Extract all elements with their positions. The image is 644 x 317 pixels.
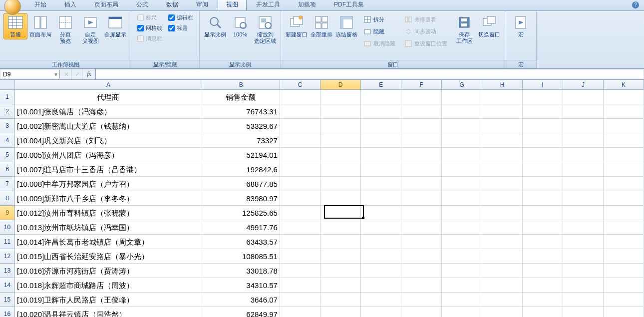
cell-K8[interactable] (604, 191, 644, 206)
cell-H16[interactable] (482, 307, 523, 317)
cell-E16[interactable] (361, 307, 401, 317)
cell-C10[interactable] (280, 220, 321, 235)
cell-B14[interactable]: 34310.57 (202, 278, 280, 293)
tab-开始[interactable]: 开始 (26, 0, 55, 10)
cell-K2[interactable] (604, 104, 644, 119)
cell-I11[interactable] (523, 235, 563, 249)
cell-I4[interactable] (523, 133, 563, 148)
cell-J13[interactable] (563, 264, 604, 278)
cell-B13[interactable]: 33018.78 (202, 264, 280, 278)
cell-F6[interactable] (401, 162, 442, 177)
freeze-panes-button[interactable]: 冻结窗格 (334, 13, 358, 39)
cell-grid[interactable]: 代理商销售金额[10.001]张良镇店（冯海彦）76743.31[10.002]… (15, 90, 644, 317)
cell-B2[interactable]: 76743.31 (202, 104, 280, 119)
cell-B1[interactable]: 销售金额 (202, 90, 280, 104)
cell-A3[interactable]: [10.002]新密嵩山大道店（钱慧纳） (15, 119, 202, 133)
cell-H9[interactable] (482, 206, 523, 220)
cell-J15[interactable] (563, 293, 604, 307)
cell-G6[interactable] (442, 162, 482, 177)
chk-headings[interactable]: 标题 (168, 24, 193, 32)
cell-K1[interactable] (604, 90, 644, 104)
cell-B11[interactable]: 63433.57 (202, 235, 280, 249)
cell-C7[interactable] (280, 177, 321, 191)
cell-B6[interactable]: 192842.6 (202, 162, 280, 177)
cell-C6[interactable] (280, 162, 321, 177)
cell-B8[interactable]: 83980.97 (202, 191, 280, 206)
zoom-selection-button[interactable]: 缩放到 选定区域 (253, 13, 277, 46)
cell-C15[interactable] (280, 293, 321, 307)
cell-C4[interactable] (280, 133, 321, 148)
cell-D3[interactable] (321, 119, 361, 133)
row-header-15[interactable]: 15 (0, 293, 15, 307)
cell-H8[interactable] (482, 191, 523, 206)
row-header-4[interactable]: 4 (0, 133, 15, 148)
row-header-5[interactable]: 5 (0, 148, 15, 162)
cell-F4[interactable] (401, 133, 442, 148)
cell-K4[interactable] (604, 133, 644, 148)
view-pagelayout-button[interactable]: 页面布局 (28, 13, 52, 39)
cell-J1[interactable] (563, 90, 604, 104)
cell-B12[interactable]: 108085.51 (202, 249, 280, 264)
save-workspace-button[interactable]: 保存 工作区 (452, 13, 476, 46)
cell-J5[interactable] (563, 148, 604, 162)
cell-G14[interactable] (442, 278, 482, 293)
tab-加载项[interactable]: 加载项 (290, 0, 324, 10)
cell-G5[interactable] (442, 148, 482, 162)
tab-视图[interactable]: 视图 (218, 0, 247, 10)
cell-A4[interactable]: [10.004]巩义新兴店（刘飞） (15, 133, 202, 148)
cell-C5[interactable] (280, 148, 321, 162)
cell-J7[interactable] (563, 177, 604, 191)
cell-J10[interactable] (563, 220, 604, 235)
cell-F14[interactable] (401, 278, 442, 293)
cell-H11[interactable] (482, 235, 523, 249)
cell-H1[interactable] (482, 90, 523, 104)
cell-E4[interactable] (361, 133, 401, 148)
cell-E6[interactable] (361, 162, 401, 177)
cell-I7[interactable] (523, 177, 563, 191)
zoom-button[interactable]: 显示比例 (203, 13, 227, 39)
cell-K6[interactable] (604, 162, 644, 177)
col-header-B[interactable]: B (202, 80, 280, 90)
tab-公式[interactable]: 公式 (128, 0, 157, 10)
cell-D8[interactable] (321, 191, 361, 206)
cell-B4[interactable]: 73327 (202, 133, 280, 148)
cell-A7[interactable]: [10.008]中牟万邦家园店（户方召） (15, 177, 202, 191)
view-normal-button[interactable]: 普通 (3, 13, 27, 39)
row-header-13[interactable]: 13 (0, 264, 15, 278)
cell-C13[interactable] (280, 264, 321, 278)
cell-D7[interactable] (321, 177, 361, 191)
cell-E9[interactable] (361, 206, 401, 220)
cell-C1[interactable] (280, 90, 321, 104)
cell-D4[interactable] (321, 133, 361, 148)
cell-K3[interactable] (604, 119, 644, 133)
cell-F7[interactable] (401, 177, 442, 191)
cell-J16[interactable] (563, 307, 604, 317)
cell-G15[interactable] (442, 293, 482, 307)
col-header-I[interactable]: I (523, 80, 563, 90)
cell-E10[interactable] (361, 220, 401, 235)
cell-K11[interactable] (604, 235, 644, 249)
view-fullscreen-button[interactable]: 全屏显示 (103, 13, 127, 39)
col-header-J[interactable]: J (563, 80, 604, 90)
row-header-16[interactable]: 16 (0, 307, 15, 317)
cell-F5[interactable] (401, 148, 442, 162)
row-headers[interactable]: 12345678910111213141516 (0, 90, 15, 317)
cell-A16[interactable]: [10.020]温县祥云镇店（闫浩然） (15, 307, 202, 317)
cell-G4[interactable] (442, 133, 482, 148)
cell-A10[interactable]: [10.013]汝州市纸坊镇店（冯幸国） (15, 220, 202, 235)
cell-J12[interactable] (563, 249, 604, 264)
cell-G3[interactable] (442, 119, 482, 133)
row-header-9[interactable]: 9 (0, 206, 15, 220)
cell-I16[interactable] (523, 307, 563, 317)
tab-PDF工具集[interactable]: PDF工具集 (325, 0, 372, 10)
cell-G1[interactable] (442, 90, 482, 104)
cell-A11[interactable]: [10.014]许昌长葛市老城镇店（周文章） (15, 235, 202, 249)
dropdown-icon[interactable]: ▾ (54, 71, 57, 78)
cell-E7[interactable] (361, 177, 401, 191)
cell-I10[interactable] (523, 220, 563, 235)
cell-E15[interactable] (361, 293, 401, 307)
formula-input[interactable] (96, 70, 643, 78)
cell-C8[interactable] (280, 191, 321, 206)
tab-数据[interactable]: 数据 (158, 0, 187, 10)
tab-开发工具[interactable]: 开发工具 (248, 0, 289, 10)
